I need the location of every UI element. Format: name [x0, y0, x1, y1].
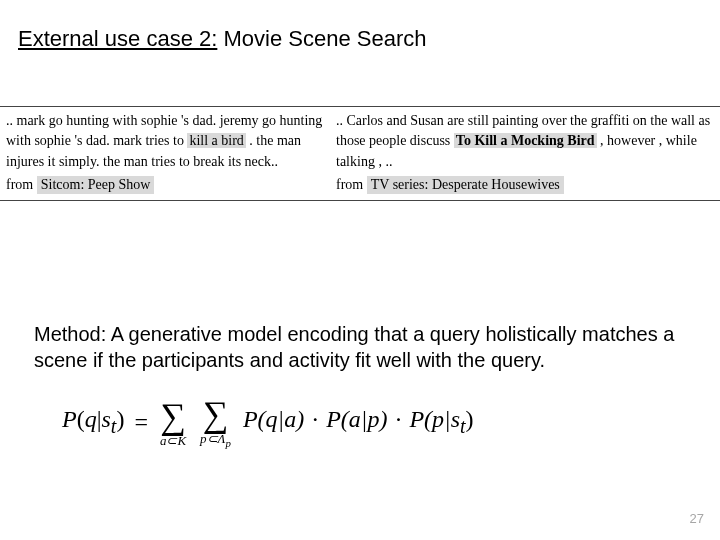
sum-2-sub-pre: p⊂Λ [200, 431, 225, 446]
eq-dot-2: · [387, 406, 409, 432]
sum-2: ∑ p⊂Λp [200, 396, 231, 448]
example-left-highlight: kill a bird [187, 133, 245, 148]
sigma-icon: ∑ [203, 396, 229, 432]
sum-2-sub-p: p [225, 437, 230, 449]
eq-lhs: P(q|st) [62, 406, 124, 438]
sum-1: ∑ a⊂K [160, 398, 186, 447]
slide-title: External use case 2: Movie Scene Search [18, 26, 426, 52]
eq-term-3-post: ) [466, 406, 474, 432]
sum-1-sub: a⊂K [160, 434, 186, 447]
examples-block: .. mark go hunting with sophie 's dad. j… [0, 106, 720, 201]
example-right-text: .. Carlos and Susan are still painting o… [330, 107, 720, 174]
from-label-right: from [336, 177, 363, 192]
sum-2-sub: p⊂Λp [200, 432, 231, 448]
example-left-text: .. mark go hunting with sophie 's dad. j… [0, 107, 330, 174]
eq-s: s [101, 406, 110, 432]
sigma-icon: ∑ [160, 398, 186, 434]
eq-term-1: P(q|a) [243, 406, 304, 432]
example-right-source: from TV series: Desperate Housewives [330, 174, 720, 200]
from-label-left: from [6, 177, 33, 192]
example-right-source-box: TV series: Desperate Housewives [367, 176, 564, 194]
eq-term-2: P(a|p) [326, 406, 387, 432]
page-number: 27 [690, 511, 704, 526]
equation: P(q|st) = ∑ a⊂K ∑ p⊂Λp P(q|a) · P(a|p) ·… [62, 396, 474, 448]
eq-dot-1: · [304, 406, 326, 432]
eq-q: q [85, 406, 97, 432]
title-prefix: External use case 2: [18, 26, 217, 51]
eq-close: ) [116, 406, 124, 432]
example-left-source: from Sitcom: Peep Show [0, 174, 330, 200]
eq-rhs: P(q|a) · P(a|p) · P(p|st) [243, 406, 474, 438]
eq-term-3-pre: P(p|s [409, 406, 460, 432]
example-right-highlight: To Kill a Mocking Bird [454, 133, 597, 148]
example-left-source-box: Sitcom: Peep Show [37, 176, 155, 194]
method-text: Method: A generative model encoding that… [34, 322, 694, 373]
eq-P: P [62, 406, 77, 432]
eq-open: ( [77, 406, 85, 432]
title-rest: Movie Scene Search [217, 26, 426, 51]
eq-equals: = [134, 409, 148, 436]
